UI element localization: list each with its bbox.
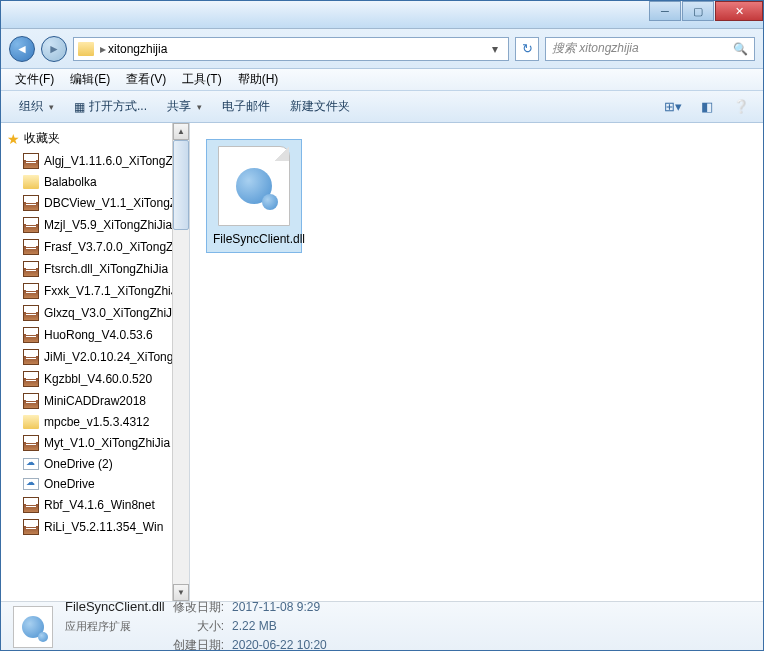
details-pane: FileSyncClient.dll 修改日期: 2017-11-08 9:29… (1, 601, 763, 651)
search-placeholder: 搜索 xitongzhijia (552, 40, 639, 57)
tree-item-label: Frasf_V3.7.0.0_XiTongZhiJia (44, 240, 173, 254)
tree-item[interactable]: OneDrive (1, 474, 173, 494)
rar-icon (23, 519, 39, 535)
tree-item-label: OneDrive (44, 477, 95, 491)
tree-item[interactable]: Glxzq_V3.0_XiTongZhiJia (1, 302, 173, 324)
tree-item[interactable]: Balabolka (1, 172, 173, 192)
tree-item-label: DBCView_V1.1_XiTongZhiJia (44, 196, 173, 210)
rar-icon (23, 217, 39, 233)
scroll-track[interactable] (173, 140, 189, 584)
tree-item[interactable]: Fxxk_V1.7.1_XiTongZhiJia (1, 280, 173, 302)
file-thumbnail (218, 146, 290, 226)
details-filetype: 应用程序扩展 (65, 619, 165, 634)
tree-item[interactable]: Mzjl_V5.9_XiTongZhiJia (1, 214, 173, 236)
search-icon: 🔍 (733, 42, 748, 56)
toolbar-open-with[interactable]: ▦ 打开方式... (64, 94, 157, 119)
details-text: FileSyncClient.dll 修改日期: 2017-11-08 9:29… (65, 599, 327, 651)
onedrive-icon (23, 478, 39, 490)
gear-icon (236, 168, 272, 204)
tree-item[interactable]: MiniCADDraw2018 (1, 390, 173, 412)
tree-view: ★ 收藏夹 Algj_V1.11.6.0_XiTongZhiJiaBalabol… (1, 123, 173, 542)
details-modified-label: 修改日期: (173, 599, 224, 616)
folder-icon (78, 42, 94, 56)
details-thumbnail (13, 606, 53, 648)
tree-item-label: Rbf_V4.1.6_Win8net (44, 498, 155, 512)
tree-item[interactable]: RiLi_V5.2.11.354_Win (1, 516, 173, 538)
toolbar-new-folder[interactable]: 新建文件夹 (280, 94, 360, 119)
rar-icon (23, 327, 39, 343)
window-titlebar: ─ ▢ ✕ (1, 1, 763, 29)
open-with-icon: ▦ (74, 100, 85, 114)
maximize-button[interactable]: ▢ (682, 1, 714, 21)
folder-icon (23, 175, 39, 189)
tree-item[interactable]: Frasf_V3.7.0.0_XiTongZhiJia (1, 236, 173, 258)
tree-item[interactable]: mpcbe_v1.5.3.4312 (1, 412, 173, 432)
menu-view[interactable]: 查看(V) (118, 69, 174, 90)
tree-item-label: Fxxk_V1.7.1_XiTongZhiJia (44, 284, 173, 298)
scroll-thumb[interactable] (173, 140, 189, 230)
tree-item-label: Algj_V1.11.6.0_XiTongZhiJia (44, 154, 173, 168)
tree-item[interactable]: OneDrive (2) (1, 454, 173, 474)
tree-item-label: OneDrive (2) (44, 457, 113, 471)
rar-icon (23, 283, 39, 299)
search-input[interactable]: 搜索 xitongzhijia 🔍 (545, 37, 755, 61)
scroll-up-arrow[interactable]: ▲ (173, 123, 189, 140)
file-list-view[interactable]: FileSyncClient.dll (190, 123, 763, 601)
tree-item-label: MiniCADDraw2018 (44, 394, 146, 408)
command-toolbar: 组织 ▦ 打开方式... 共享 电子邮件 新建文件夹 ⊞▾ ◧ ❔ (1, 91, 763, 123)
details-size-value: 2.22 MB (232, 619, 327, 633)
help-button[interactable]: ❔ (727, 96, 755, 118)
breadcrumb-segment[interactable]: xitongzhijia (108, 42, 167, 56)
rar-icon (23, 195, 39, 211)
file-name-label: FileSyncClient.dll (213, 232, 295, 246)
favorites-label: 收藏夹 (24, 130, 60, 147)
view-mode-button[interactable]: ⊞▾ (659, 96, 687, 118)
file-item[interactable]: FileSyncClient.dll (206, 139, 302, 253)
scroll-down-arrow[interactable]: ▼ (173, 584, 189, 601)
preview-pane-button[interactable]: ◧ (693, 96, 721, 118)
details-size-label: 大小: (173, 618, 224, 635)
tree-item-label: Balabolka (44, 175, 97, 189)
menu-edit[interactable]: 编辑(E) (62, 69, 118, 90)
rar-icon (23, 239, 39, 255)
toolbar-share[interactable]: 共享 (157, 94, 212, 119)
toolbar-email[interactable]: 电子邮件 (212, 94, 280, 119)
tree-item-label: RiLi_V5.2.11.354_Win (44, 520, 163, 534)
minimize-button[interactable]: ─ (649, 1, 681, 21)
rar-icon (23, 349, 39, 365)
tree-item[interactable]: DBCView_V1.1_XiTongZhiJia (1, 192, 173, 214)
tree-item[interactable]: Ftsrch.dll_XiTongZhiJia (1, 258, 173, 280)
tree-item[interactable]: Algj_V1.11.6.0_XiTongZhiJia (1, 150, 173, 172)
menu-tools[interactable]: 工具(T) (174, 69, 229, 90)
nav-forward-button[interactable]: ► (41, 36, 67, 62)
navigation-bar: ◄ ► ▸ xitongzhijia ▾ ↻ 搜索 xitongzhijia 🔍 (1, 29, 763, 69)
favorites-header[interactable]: ★ 收藏夹 (1, 127, 173, 150)
tree-item[interactable]: Rbf_V4.1.6_Win8net (1, 494, 173, 516)
star-icon: ★ (7, 131, 20, 147)
folder-icon (23, 415, 39, 429)
details-filename: FileSyncClient.dll (65, 599, 165, 614)
tree-item-label: Glxzq_V3.0_XiTongZhiJia (44, 306, 173, 320)
window-controls: ─ ▢ ✕ (648, 1, 763, 21)
rar-icon (23, 497, 39, 513)
tree-item[interactable]: HuoRong_V4.0.53.6 (1, 324, 173, 346)
menu-file[interactable]: 文件(F) (7, 69, 62, 90)
rar-icon (23, 393, 39, 409)
nav-back-button[interactable]: ◄ (9, 36, 35, 62)
address-bar[interactable]: ▸ xitongzhijia ▾ (73, 37, 509, 61)
rar-icon (23, 305, 39, 321)
toolbar-right: ⊞▾ ◧ ❔ (659, 96, 755, 118)
tree-item-label: Myt_V1.0_XiTongZhiJia (44, 436, 170, 450)
tree-item[interactable]: JiMi_V2.0.10.24_XiTongZhiJia (1, 346, 173, 368)
tree-item[interactable]: Kgzbbl_V4.60.0.520 (1, 368, 173, 390)
navigation-sidebar: ★ 收藏夹 Algj_V1.11.6.0_XiTongZhiJiaBalabol… (1, 123, 190, 601)
sidebar-scrollbar[interactable]: ▲ ▼ (172, 123, 189, 601)
close-button[interactable]: ✕ (715, 1, 763, 21)
toolbar-organize[interactable]: 组织 (9, 94, 64, 119)
refresh-button[interactable]: ↻ (515, 37, 539, 61)
address-dropdown[interactable]: ▾ (486, 42, 504, 56)
menu-help[interactable]: 帮助(H) (230, 69, 287, 90)
tree-item-label: HuoRong_V4.0.53.6 (44, 328, 153, 342)
tree-item[interactable]: Myt_V1.0_XiTongZhiJia (1, 432, 173, 454)
menu-bar: 文件(F) 编辑(E) 查看(V) 工具(T) 帮助(H) (1, 69, 763, 91)
